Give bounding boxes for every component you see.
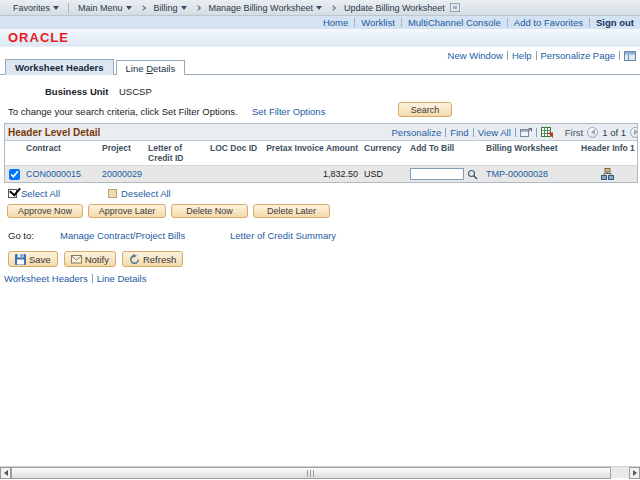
column-header-loc-doc-id[interactable]: LOC Doc ID bbox=[207, 141, 257, 166]
breadcrumb-label: Billing bbox=[154, 3, 178, 13]
caret-down-icon bbox=[126, 6, 132, 10]
scroll-right-button[interactable] bbox=[629, 467, 640, 479]
divider bbox=[354, 18, 355, 27]
notification-window-icon[interactable] bbox=[450, 3, 460, 12]
column-header-header-info-1[interactable]: Header Info 1 bbox=[578, 141, 637, 166]
multichannel-console-link[interactable]: MultiChannel Console bbox=[408, 17, 501, 28]
pager-previous-icon[interactable] bbox=[587, 127, 598, 138]
billing-worksheet-link[interactable]: TMP-00000028 bbox=[486, 169, 548, 179]
notify-envelope-icon bbox=[71, 254, 82, 264]
goto-row: Go to: Manage Contract/Project Bills Let… bbox=[0, 230, 640, 242]
filter-hint-text: To change your search criteria, click Se… bbox=[8, 106, 238, 117]
letter-of-credit-summary-link[interactable]: Letter of Credit Summary bbox=[230, 230, 336, 241]
breadcrumb-label: Manage Billing Worksheet bbox=[209, 3, 313, 13]
column-header-currency[interactable]: Currency bbox=[361, 141, 407, 166]
contract-link[interactable]: CON0000015 bbox=[26, 169, 81, 179]
sign-out-link[interactable]: Sign out bbox=[596, 17, 634, 28]
find-link[interactable]: Find bbox=[450, 127, 468, 138]
zoom-grid-popup-icon[interactable] bbox=[520, 127, 532, 137]
lookup-magnifier-icon[interactable] bbox=[467, 169, 478, 180]
manage-contract-project-bills-link[interactable]: Manage Contract/Project Bills bbox=[60, 230, 185, 241]
delete-now-button[interactable]: Delete Now bbox=[171, 204, 248, 218]
breadcrumb-label: Main Menu bbox=[78, 3, 123, 13]
caret-down-icon bbox=[316, 6, 322, 10]
add-to-favorites-link[interactable]: Add to Favorites bbox=[514, 17, 583, 28]
row-select-checkbox[interactable] bbox=[9, 169, 20, 180]
deselect-all-link[interactable]: Deselect All bbox=[121, 188, 171, 199]
table-header-row: Contract Project Letter of Credit ID LOC… bbox=[5, 141, 637, 166]
divider bbox=[92, 274, 93, 283]
breadcrumb-favorites-menu[interactable]: Favorites bbox=[8, 3, 64, 13]
column-header-billing-worksheet[interactable]: Billing Worksheet bbox=[483, 141, 578, 166]
tab-worksheet-headers[interactable]: Worksheet Headers bbox=[5, 59, 114, 75]
column-header-project[interactable]: Project bbox=[99, 141, 145, 166]
scrollbar-thumb[interactable] bbox=[11, 467, 611, 479]
view-all-link[interactable]: View All bbox=[478, 127, 511, 138]
download-to-excel-icon[interactable] bbox=[541, 127, 553, 138]
notify-button[interactable]: Notify bbox=[64, 251, 116, 267]
header-level-detail-grid: Header Level Detail Personalize Find Vie… bbox=[4, 123, 638, 183]
pager-next-icon[interactable] bbox=[630, 127, 637, 138]
header-info-orgchart-icon[interactable] bbox=[601, 168, 614, 180]
loc-doc-id-cell bbox=[207, 166, 257, 183]
set-filter-options-link[interactable]: Set Filter Options bbox=[252, 106, 325, 117]
approve-later-button[interactable]: Approve Later bbox=[88, 204, 166, 218]
page-toolbar: Save Notify Refresh bbox=[0, 251, 640, 267]
portal-header-links: Home Worklist MultiChannel Console Add t… bbox=[0, 16, 640, 29]
personalize-grid-link[interactable]: Personalize bbox=[392, 127, 442, 138]
column-header-contract[interactable]: Contract bbox=[23, 141, 99, 166]
new-window-link[interactable]: New Window bbox=[448, 50, 503, 61]
home-link[interactable]: Home bbox=[323, 17, 348, 28]
breadcrumb-billing-menu[interactable]: Billing bbox=[149, 3, 192, 13]
add-to-bill-input[interactable] bbox=[410, 168, 464, 180]
breadcrumb-separator bbox=[330, 5, 336, 11]
deselect-all-checkbox-icon[interactable] bbox=[108, 189, 117, 198]
column-header-pretax-invoice-amount[interactable]: Pretax Invoice Amount bbox=[257, 141, 361, 166]
worksheet-headers-footer-link[interactable]: Worksheet Headers bbox=[4, 273, 88, 284]
project-cell: 20000029 bbox=[99, 166, 145, 183]
column-header-add-to-bill[interactable]: Add To Bill bbox=[407, 141, 483, 166]
action-buttons: Approve Now Approve Later Delete Now Del… bbox=[0, 204, 640, 218]
save-button[interactable]: Save bbox=[8, 251, 58, 267]
project-link[interactable]: 20000029 bbox=[102, 169, 142, 179]
divider bbox=[401, 18, 402, 27]
worklist-link[interactable]: Worklist bbox=[361, 17, 395, 28]
delete-later-button[interactable]: Delete Later bbox=[253, 204, 330, 218]
tab-line-details[interactable]: Line Details bbox=[116, 60, 186, 75]
personalize-layout-icon[interactable] bbox=[624, 51, 636, 61]
notify-button-label: Notify bbox=[85, 254, 109, 265]
right-arrow-icon bbox=[633, 470, 637, 476]
select-all-link[interactable]: Select All bbox=[21, 188, 60, 199]
divider bbox=[536, 51, 537, 60]
line-details-footer-link[interactable]: Line Details bbox=[97, 273, 147, 284]
help-link[interactable]: Help bbox=[512, 50, 532, 61]
approve-now-button[interactable]: Approve Now bbox=[7, 204, 83, 218]
deselect-group: Deselect All bbox=[108, 188, 171, 199]
refresh-button[interactable]: Refresh bbox=[122, 251, 183, 267]
breadcrumb-manage-billing-worksheet-menu[interactable]: Manage Billing Worksheet bbox=[204, 3, 327, 13]
tab-label: Line bbox=[126, 63, 147, 74]
pager-position: 1 of 1 bbox=[602, 127, 626, 138]
selection-controls: Select All Deselect All bbox=[0, 187, 640, 199]
caret-down-icon bbox=[181, 6, 187, 10]
page-action-bar: New Window Help Personalize Page bbox=[448, 50, 636, 61]
column-header-letter-of-credit-id[interactable]: Letter of Credit ID bbox=[145, 141, 207, 166]
pretax-invoice-amount-cell: 1,832.50 bbox=[257, 166, 361, 183]
horizontal-scrollbar[interactable] bbox=[0, 466, 640, 478]
save-button-label: Save bbox=[29, 254, 51, 265]
grid-title: Header Level Detail bbox=[8, 127, 100, 138]
select-all-checkbox-icon[interactable] bbox=[8, 189, 17, 198]
add-to-bill-cell bbox=[407, 166, 483, 183]
divider bbox=[515, 128, 516, 137]
scroll-left-button[interactable] bbox=[0, 467, 11, 479]
divider bbox=[445, 128, 446, 137]
contract-cell: CON0000015 bbox=[23, 166, 99, 183]
breadcrumb-main-menu[interactable]: Main Menu bbox=[73, 3, 137, 13]
pager-first-label: First bbox=[565, 127, 583, 138]
personalize-page-link[interactable]: Personalize Page bbox=[541, 50, 615, 61]
search-button[interactable]: Search bbox=[398, 102, 452, 117]
table-row: CON0000015 20000029 1,832.50 USD bbox=[5, 166, 637, 183]
brand-band: ORACLE bbox=[0, 29, 640, 47]
billing-worksheet-cell: TMP-00000028 bbox=[483, 166, 578, 183]
right-arrow-icon bbox=[634, 129, 638, 135]
